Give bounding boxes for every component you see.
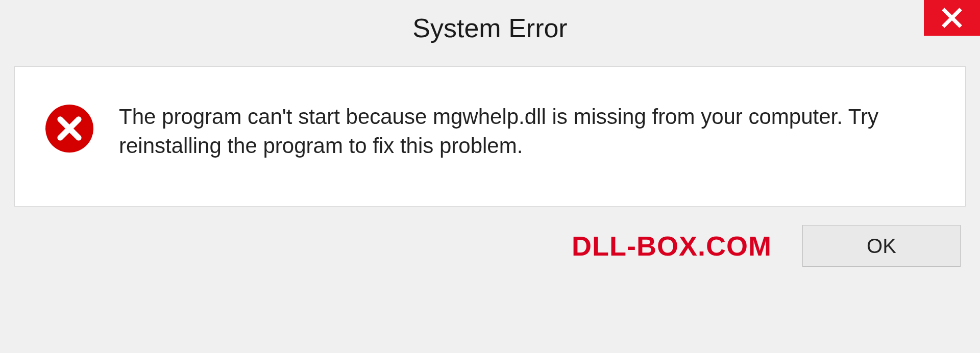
- ok-button[interactable]: OK: [802, 225, 961, 267]
- dialog-title: System Error: [412, 13, 567, 43]
- x-mark-icon: [56, 115, 83, 142]
- watermark-text: DLL-BOX.COM: [572, 230, 772, 262]
- dialog-content: The program can't start because mgwhelp.…: [14, 66, 966, 207]
- close-icon: [941, 7, 963, 29]
- dialog-footer: DLL-BOX.COM OK: [14, 217, 966, 267]
- close-button[interactable]: [924, 0, 980, 36]
- error-message: The program can't start because mgwhelp.…: [119, 103, 935, 160]
- titlebar: System Error: [0, 0, 980, 56]
- error-icon: [45, 105, 93, 153]
